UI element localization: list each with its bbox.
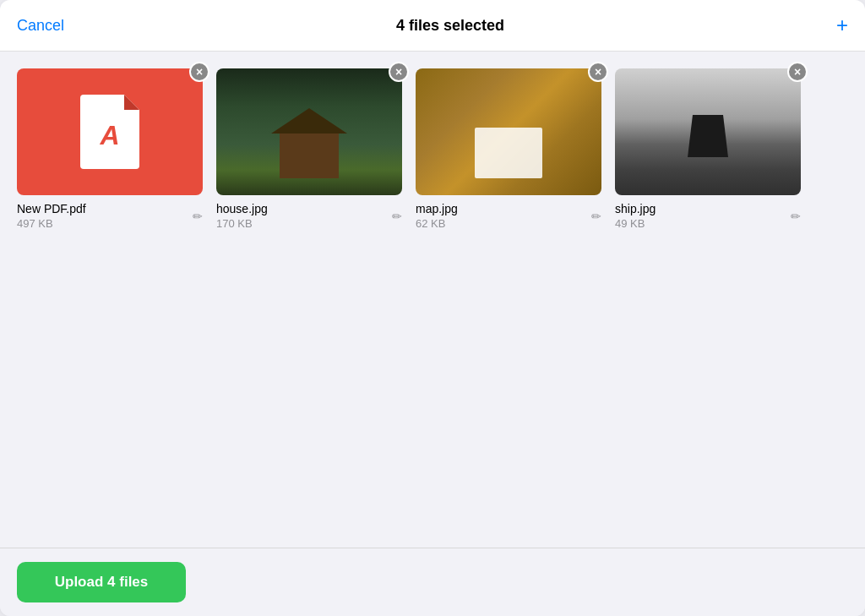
file-details: ship.jpg 49 KB [615,202,656,230]
files-grid: A × New PDF.pdf 497 KB ✏ [17,68,848,230]
file-name: ship.jpg [615,202,656,215]
edit-icon[interactable]: ✏ [392,210,402,223]
house-preview [216,68,402,195]
file-name: house.jpg [216,202,268,215]
file-size: 497 KB [17,217,86,230]
ship-preview [615,68,801,195]
thumbnail-container-ship: × [615,68,801,195]
pdf-page-icon: A [80,95,139,169]
remove-file-button[interactable]: × [787,62,808,82]
file-details: map.jpg 62 KB [416,202,458,230]
thumbnail-house [216,68,402,195]
add-file-button[interactable]: + [836,15,848,35]
edit-icon[interactable]: ✏ [591,210,601,223]
file-info: New PDF.pdf 497 KB ✏ [17,202,203,230]
file-size: 49 KB [615,217,656,230]
acrobat-icon: A [100,120,119,151]
remove-file-button[interactable]: × [588,62,608,82]
file-info: ship.jpg 49 KB ✏ [615,202,801,230]
dialog-title: 4 files selected [396,17,504,35]
edit-icon[interactable]: ✏ [193,210,203,223]
thumbnail-pdf: A [17,68,203,195]
file-info: map.jpg 62 KB ✏ [416,202,601,230]
file-name: New PDF.pdf [17,202,86,215]
file-info: house.jpg 170 KB ✏ [216,202,402,230]
remove-file-button[interactable]: × [389,62,409,82]
files-content: A × New PDF.pdf 497 KB ✏ [0,52,865,548]
file-size: 170 KB [216,217,268,230]
thumbnail-container-pdf: A × [17,68,203,195]
dialog-footer: Upload 4 files [0,548,865,616]
file-size: 62 KB [416,217,458,230]
dialog-header: Cancel 4 files selected + [0,0,865,52]
thumbnail-ship [615,68,801,195]
file-details: house.jpg 170 KB [216,202,268,230]
file-upload-dialog: Cancel 4 files selected + A × [0,0,865,616]
edit-icon[interactable]: ✏ [791,210,801,223]
remove-file-button[interactable]: × [189,62,209,82]
upload-button[interactable]: Upload 4 files [17,562,186,602]
list-item: × map.jpg 62 KB ✏ [416,68,601,230]
thumbnail-container-map: × [416,68,601,195]
list-item: × ship.jpg 49 KB ✏ [615,68,801,230]
list-item: A × New PDF.pdf 497 KB ✏ [17,68,203,230]
file-details: New PDF.pdf 497 KB [17,202,86,230]
map-preview [416,68,601,195]
file-name: map.jpg [416,202,458,215]
thumbnail-map [416,68,601,195]
cancel-button[interactable]: Cancel [17,17,64,35]
pdf-preview: A [17,68,203,195]
list-item: × house.jpg 170 KB ✏ [216,68,402,230]
thumbnail-container-house: × [216,68,402,195]
